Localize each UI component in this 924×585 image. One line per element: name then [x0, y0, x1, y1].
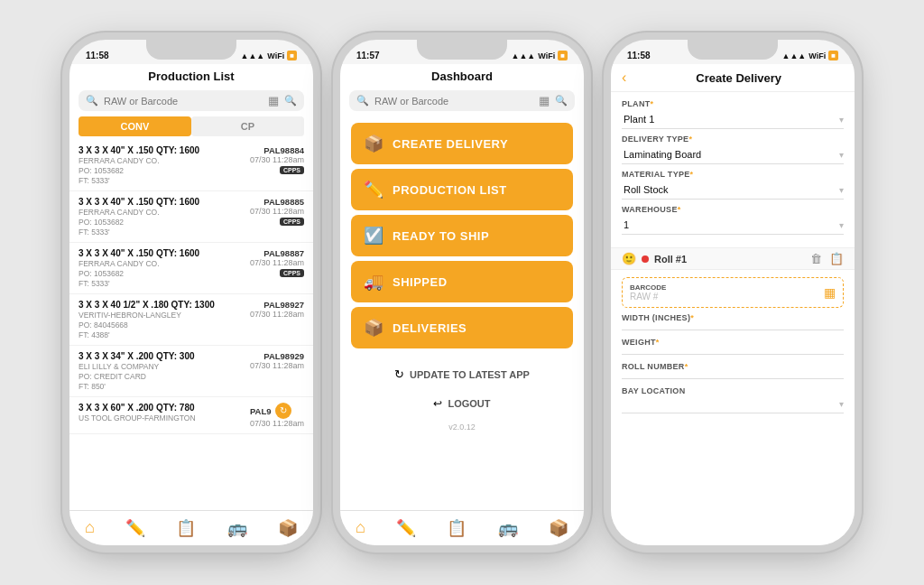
width-field-row: WIDTH (INCHES)* [611, 311, 855, 334]
material-type-field[interactable]: Roll Stock ▾ [622, 181, 844, 200]
barcode-icon-1[interactable]: ▦ [268, 94, 279, 107]
bottom-nav-1: ⌂ ✏️ 📋 🚌 📦 [69, 510, 313, 545]
divider [611, 91, 855, 92]
ready-to-ship-btn[interactable]: ☑️ READY TO SHIP [351, 215, 573, 256]
barcode-section-label: BARCODE [630, 283, 820, 292]
weight-input[interactable] [622, 347, 844, 355]
ready-to-ship-icon: ☑️ [364, 226, 383, 246]
menu-buttons: 📦 CREATE DELIVERY ✏️ PRODUCTION LIST ☑️ … [340, 118, 584, 353]
phone-dashboard: 11:57 ▲▲▲ WiFi ■ Dashboard 🔍 ▦ 🔍 📦 CREAT… [340, 40, 584, 545]
create-delivery-btn[interactable]: 📦 CREATE DELIVERY [351, 123, 573, 164]
wifi-icon-3: WiFi [808, 51, 826, 60]
warehouse-field[interactable]: 1 ▾ [622, 216, 844, 235]
bottom-nav-2: ⌂ ✏️ 📋 🚌 📦 [340, 510, 584, 545]
prod-item: 3 X 3 X 60" X .200 QTY: 780 US TOOL GROU… [69, 397, 313, 434]
battery-icon-3: ■ [828, 51, 838, 60]
create-delivery-header: Create Delivery [633, 71, 844, 85]
back-arrow[interactable]: ‹ [622, 70, 626, 86]
plant-field[interactable]: Plant 1 ▾ [622, 110, 844, 129]
tab-conv[interactable]: CONV [79, 116, 191, 136]
logout-label: LOGOUT [448, 398, 490, 409]
home-nav-icon-2[interactable]: ⌂ [356, 518, 365, 538]
time-3: 11:58 [627, 51, 651, 60]
plant-value: Plant 1 [624, 114, 654, 125]
logout-icon: ↩ [433, 397, 442, 410]
screen-title-1: Production List [69, 64, 313, 87]
barcode-scan-icon[interactable]: ▦ [824, 285, 836, 300]
production-list-btn[interactable]: ✏️ PRODUCTION LIST [351, 169, 573, 210]
truck-nav-icon-2[interactable]: 🚌 [498, 518, 518, 538]
deliveries-btn[interactable]: 📦 DELIVERIES [351, 307, 573, 348]
spinner-badge: ↻ [275, 403, 291, 419]
roll-number-label: ROLL NUMBER* [622, 362, 844, 371]
signal-icon-2: ▲▲▲ [512, 51, 536, 60]
signal-icon: ▲▲▲ [241, 51, 265, 60]
home-nav-icon[interactable]: ⌂ [85, 518, 95, 538]
weight-label: WEIGHT* [622, 338, 844, 347]
barcode-icon-2[interactable]: ▦ [539, 94, 550, 107]
ready-to-ship-label: READY TO SHIP [393, 229, 489, 243]
warehouse-label: WAREHOUSE* [622, 205, 844, 214]
deliveries-icon: 📦 [364, 318, 383, 338]
status-icons-3: ▲▲▲ WiFi ■ [782, 51, 839, 60]
tabs-row: CONV CP [79, 116, 304, 136]
search-icon-2: 🔍 [356, 95, 369, 107]
roll-actions: 🗑 📋 [810, 252, 844, 265]
roll-number-input[interactable] [622, 371, 844, 379]
prod-list: 3 X 3 X 40" X .150 QTY: 1600 FERRARA CAN… [69, 140, 313, 510]
dashboard-title: Dashboard [340, 64, 584, 87]
roll-status-dot [642, 255, 649, 263]
logout-btn[interactable]: ↩ LOGOUT [340, 392, 584, 415]
shipped-label: SHIPPED [393, 275, 448, 289]
delivery-type-field[interactable]: Laminating Board ▾ [622, 145, 844, 164]
prod-item: 3 X 3 X 40 1/2" X .180 QTY: 1300 VERITIV… [69, 294, 313, 346]
search-btn-1[interactable]: 🔍 [284, 95, 297, 107]
prod-item: 3 X 3 X 40" X .150 QTY: 1600 FERRARA CAN… [69, 140, 313, 191]
roll-label: Roll #1 [654, 254, 805, 265]
prod-item: 3 X 3 X 40" X .150 QTY: 1600 FERRARA CAN… [69, 191, 313, 243]
edit-nav-icon[interactable]: ✏️ [125, 518, 145, 538]
roll-copy-icon[interactable]: 📋 [829, 252, 844, 265]
search-bar-1[interactable]: 🔍 ▦ 🔍 [79, 90, 304, 111]
edit-nav-icon-2[interactable]: ✏️ [396, 518, 416, 538]
truck-nav-icon[interactable]: 🚌 [227, 518, 247, 538]
roll-emoji: 🙂 [622, 252, 636, 265]
tab-cp[interactable]: CP [191, 116, 304, 136]
search-input-1[interactable] [104, 96, 263, 107]
update-btn[interactable]: ↻ UPDATE TO LATEST APP [351, 360, 573, 388]
box-nav-icon[interactable]: 📦 [278, 518, 298, 538]
search-input-2[interactable] [374, 96, 533, 107]
material-type-label: MATERIAL TYPE* [622, 170, 844, 179]
shipped-icon: 🚚 [364, 272, 383, 292]
shipped-btn[interactable]: 🚚 SHIPPED [351, 261, 573, 302]
phone2-content: Dashboard 🔍 ▦ 🔍 📦 CREATE DELIVERY ✏️ PRO… [340, 64, 584, 510]
create-delivery-icon: 📦 [364, 134, 383, 153]
wifi-icon-2: WiFi [538, 51, 555, 60]
barcode-input-placeholder: RAW # [630, 292, 820, 302]
bay-location-input[interactable]: ▾ [622, 395, 844, 413]
clipboard-nav-icon[interactable]: 📋 [176, 518, 196, 538]
form-section: PLANT* Plant 1 ▾ DELIVERY TYPE* Laminati… [611, 96, 855, 244]
battery-icon-2: ■ [558, 51, 568, 60]
prod-item: 3 X 3 X 40" X .150 QTY: 1600 FERRARA CAN… [69, 243, 313, 294]
deliveries-label: DELIVERIES [393, 321, 467, 335]
phone-create-delivery: 11:58 ▲▲▲ WiFi ■ ‹ Create Delivery PLANT… [611, 40, 855, 545]
phone-notch [146, 40, 236, 60]
barcode-field[interactable]: BARCODE RAW # ▦ [622, 277, 844, 308]
search-btn-2[interactable]: 🔍 [555, 95, 568, 107]
status-icons-2: ▲▲▲ WiFi ■ [512, 51, 568, 60]
plant-chevron: ▾ [839, 115, 844, 125]
roll-delete-icon[interactable]: 🗑 [810, 252, 822, 265]
phone1-content: Production List 🔍 ▦ 🔍 CONV CP 3 X 3 X 40… [69, 64, 313, 510]
clipboard-nav-icon-2[interactable]: 📋 [447, 518, 467, 538]
phone-notch-2 [417, 40, 507, 60]
search-bar-2[interactable]: 🔍 ▦ 🔍 [349, 90, 575, 111]
back-header: ‹ Create Delivery [611, 64, 855, 91]
width-input[interactable] [622, 322, 844, 330]
update-icon: ↻ [394, 367, 404, 381]
production-list-label: PRODUCTION LIST [393, 183, 507, 197]
box-nav-icon-2[interactable]: 📦 [549, 518, 568, 538]
phone-notch-3 [688, 40, 778, 60]
roll-number-field-row: ROLL NUMBER* [611, 360, 855, 383]
phone3-content: ‹ Create Delivery PLANT* Plant 1 ▾ DELIV… [611, 64, 855, 545]
